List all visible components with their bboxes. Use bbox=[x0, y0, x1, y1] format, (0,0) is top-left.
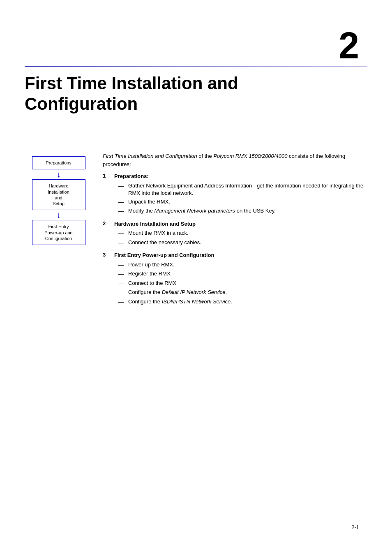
intro-paragraph: First Time Installation and Configuratio… bbox=[103, 152, 367, 168]
flow-box-firstentry: First Entry Power-up and Configuration bbox=[32, 220, 85, 245]
procedure-1-number: 1 bbox=[103, 172, 114, 217]
bullet-2-2: — Connect the necessary cables. bbox=[114, 239, 367, 247]
page-number: 2-1 bbox=[351, 524, 359, 530]
chapter-number: 2 bbox=[339, 25, 359, 67]
bullet-1-1: — Gather Network Equipment and Address I… bbox=[114, 182, 367, 197]
procedure-2-number: 2 bbox=[103, 220, 114, 248]
top-rule bbox=[25, 66, 367, 67]
procedure-2-header: Hardware Installation and Setup bbox=[114, 220, 367, 228]
procedure-1-header: Preparations: bbox=[114, 172, 367, 180]
flow-arrow-1: ↓ bbox=[25, 170, 92, 178]
chapter-title: First Time Installation andConfiguration bbox=[25, 73, 367, 115]
content-area: Preparations ↓ Hardware Installation and… bbox=[25, 152, 367, 310]
flow-box-preparations: Preparations bbox=[32, 156, 85, 169]
bullet-1-2: — Unpack the RMX. bbox=[114, 198, 367, 206]
procedure-2: 2 Hardware Installation and Setup — Moun… bbox=[103, 220, 367, 248]
bullet-1-3: — Modify the Management Network paramete… bbox=[114, 207, 367, 215]
flow-arrow-2: ↓ bbox=[25, 211, 92, 219]
bullet-2-1: — Mount the RMX in a rack. bbox=[114, 229, 367, 238]
flow-box-hardware: Hardware Installation and Setup bbox=[32, 179, 85, 210]
procedure-2-content: Hardware Installation and Setup — Mount … bbox=[114, 220, 367, 248]
procedure-3-header: First Entry Power-up and Configuration bbox=[114, 251, 367, 259]
bullet-3-3: — Connect to the RMX bbox=[114, 280, 367, 288]
bullet-3-1: — Power up the RMX. bbox=[114, 261, 367, 269]
flow-diagram: Preparations ↓ Hardware Installation and… bbox=[25, 156, 92, 245]
procedure-1-content: Preparations: — Gather Network Equipment… bbox=[114, 172, 367, 217]
procedure-3-number: 3 bbox=[103, 251, 114, 307]
procedure-3-content: First Entry Power-up and Configuration —… bbox=[114, 251, 367, 307]
intro-italic-title: First Time Installation and Configuratio… bbox=[103, 153, 197, 159]
procedure-3: 3 First Entry Power-up and Configuration… bbox=[103, 251, 367, 307]
procedure-1: 1 Preparations: — Gather Network Equipme… bbox=[103, 172, 367, 217]
intro-italic-product: Polycom RMX 1500/2000/4000 bbox=[213, 153, 287, 159]
bullet-3-4: — Configure the Default IP Network Servi… bbox=[114, 289, 367, 297]
bullet-3-5: — Configure the ISDN/PSTN Network Servic… bbox=[114, 298, 367, 306]
bullet-3-2: — Register the RMX. bbox=[114, 270, 367, 278]
text-area: First Time Installation and Configuratio… bbox=[103, 152, 367, 307]
